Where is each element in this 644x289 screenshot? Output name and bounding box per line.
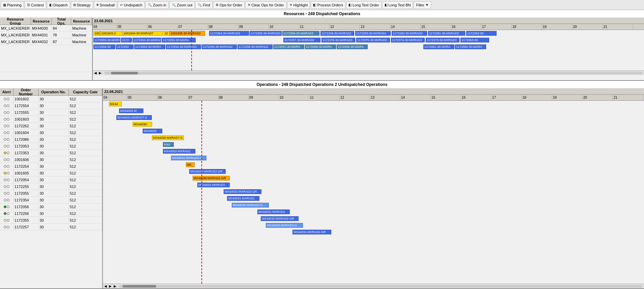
cell-op-no: 30	[38, 197, 68, 203]
gantt-bar[interactable]: 1172258-30-MXRAD2	[320, 31, 354, 36]
cell-cap: 512	[69, 116, 102, 122]
ops-scrollbar-thumb[interactable]	[122, 285, 156, 288]
scrollbar-thumb[interactable]	[111, 72, 138, 74]
filter-button[interactable]: Filter▼	[414, 1, 431, 9]
ops-gantt-bar[interactable]: MX44	[109, 102, 122, 106]
long-text-bn-icon: ◧	[385, 3, 388, 7]
toolbar: ▦Planning ☰Context ◧Dispatch ⊞Strategy ❄…	[0, 0, 644, 10]
col-resource-type: Resource	[71, 18, 92, 25]
alert-circle-2	[7, 179, 9, 181]
gantt-bar[interactable]: 1172375-30-MXRAD3	[356, 38, 390, 42]
gantt-bar[interactable]: 1172260-30-MXRAD2	[392, 31, 427, 36]
alert-circle-1	[4, 185, 6, 188]
ops-scroll-right2[interactable]: ▶	[113, 284, 117, 288]
gantt-bar[interactable]: 1172058-30-MXRA	[305, 44, 336, 49]
ops-gantt-bar[interactable]: MX44030-MXRAD3-G	[232, 203, 269, 207]
snowball-button[interactable]: ❄Snowball	[94, 1, 117, 9]
cell-alert	[0, 123, 13, 129]
ops-gantt-bar[interactable]: MX44031-MXRAD1	[227, 196, 259, 201]
ops-gantt-bar[interactable]: MX44030-MXRAD3-G	[266, 223, 303, 228]
highlight-button[interactable]: ☀Highlight	[287, 1, 310, 9]
long-text-bn-button[interactable]: ◧Long Text BN	[382, 1, 413, 9]
ops-gantt-bar[interactable]: MX44032	[143, 129, 162, 133]
gantt-bar[interactable]: 1172053-30-MXRA	[134, 44, 165, 49]
cell-op-no: 30	[38, 143, 68, 149]
gantt-bar[interactable]: 1172055-30-MXRA	[162, 38, 196, 42]
process-orders-button[interactable]: ◧Process Orders	[311, 1, 345, 9]
ops-gantt-bar[interactable]: MX4	[163, 142, 174, 147]
zoom-in-button[interactable]: 🔍Zoom in	[145, 1, 169, 9]
ops-gantt-bar[interactable]: MX44031-MXRAD1	[257, 210, 290, 214]
resources-scrollbar[interactable]: ◀ ▶	[93, 70, 644, 75]
long-text-order-button[interactable]: ◧Long Text Order	[346, 1, 382, 9]
ops-gantt-bar[interactable]: MX44032-MXRAD1	[163, 149, 195, 154]
resources-title: Resources - 249 Dispatched Operations	[0, 10, 644, 18]
ops-gantt-bar[interactable]: MX44032-MXRAD2-GR	[189, 169, 226, 174]
gantt-bar[interactable]: 1172555-30-MXRAD7	[93, 38, 120, 42]
ops-gantt-bar[interactable]: MX44030-MXRAD7-S	[152, 135, 184, 140]
gantt-bar[interactable]: 1172061-30-MXRA	[423, 44, 454, 49]
gantt-bar[interactable]: 1172257-30-MXRAD2	[283, 38, 320, 42]
ops-gantt-bar[interactable]: MX44030-	[133, 122, 152, 127]
cell-alert	[0, 96, 13, 102]
gantt-row-r1: 1172555-30-MXRAD7 1172 1172353-30-MXRAD3…	[93, 37, 644, 43]
cell-cap: 512	[69, 109, 102, 116]
cell-op-no: 30	[38, 203, 68, 210]
gantt-bar[interactable]: 1172373-30-MXRAD3	[426, 38, 459, 42]
gantt-bar[interactable]: 1172255-30-MXRAD2	[202, 44, 237, 49]
cell-op-no: 30	[38, 129, 68, 136]
ops-order-button[interactable]: ⚙Ops for Order	[213, 1, 245, 9]
dispatch-button[interactable]: ◧Dispatch	[47, 1, 70, 9]
gantt-bar[interactable]: 1172057-30-MXRA	[273, 44, 304, 49]
ops-gantt-bar[interactable]: MX44031-MXRAD7-S	[116, 115, 152, 120]
gantt-bar[interactable]: 1172259-30-MXRAD2	[355, 31, 391, 36]
clear-ops-button[interactable]: ✕Clear Ops for Order	[245, 1, 286, 9]
strategy-button[interactable]: ⊞Strategy	[71, 1, 93, 9]
horizontal-scrollbar[interactable]	[104, 72, 643, 74]
gantt-bar[interactable]: 1172374-30-MXRAD3	[391, 38, 425, 42]
gantt-bar[interactable]: 1172376-30-MXRAD3	[321, 38, 355, 42]
ops-scroll-right[interactable]: ▶	[108, 284, 112, 288]
ops-gantt-bar[interactable]: MX44032-MXRAD2-GR	[224, 189, 261, 194]
operations-scrollbar[interactable]: ◀ ▶ ▶	[103, 284, 644, 288]
gantt-bar[interactable]: 1172	[121, 38, 132, 42]
cell-alert	[0, 102, 13, 109]
gantt-bar[interactable]: 1172261-30-MXRAD2	[428, 31, 465, 36]
gantt-bar[interactable]: 1172063-30-	[460, 38, 489, 42]
ops-gantt-bar[interactable]: MX44032-MXRAD2-GR	[261, 216, 299, 221]
gantt-bar[interactable]: 1172256-30-MXRAD2	[237, 44, 273, 49]
planning-button[interactable]: ▦Planning	[1, 1, 24, 9]
gantt-bar[interactable]: 1172354-30-MXRAD3	[209, 31, 249, 36]
ops-gantt-bar[interactable]: MX44031-MXRAD1	[197, 183, 230, 187]
gantt-bar[interactable]: 1172262	[116, 44, 134, 49]
zoom-out-button[interactable]: 🔍Zoom out	[169, 1, 195, 9]
find-button[interactable]: 🔍Find	[195, 1, 212, 9]
gantt-bar[interactable]: 1001605-30-MXRAD2	[170, 31, 205, 36]
gantt-bar[interactable]: 1172355-30-MXRAD3	[250, 31, 282, 36]
gantt-bar[interactable]: 1172554-30	[93, 44, 115, 49]
gantt-bar[interactable]: 10	[164, 31, 170, 36]
gantt-bar[interactable]: 1172059-30-MXRA	[337, 44, 368, 49]
ops-gantt-bar[interactable]: MX	[186, 162, 195, 167]
gantt-bar[interactable]: 1172062-30-MXRA	[455, 44, 486, 49]
ops-gantt-bar[interactable]: MX44030-MXRAD2-GR	[193, 176, 230, 181]
time-20: 20	[572, 24, 603, 30]
context-button[interactable]: ☰Context	[25, 1, 46, 9]
gantt-bar[interactable]: 1001603-3	[100, 31, 122, 36]
gantt-bar[interactable]: 1172263-30-	[466, 31, 497, 36]
undispatch-button[interactable]: ↩Undispatch	[118, 1, 145, 9]
alert-circle-2	[7, 131, 9, 134]
ops-horizontal-scrollbar[interactable]	[119, 285, 643, 288]
gantt-bar[interactable]: 1172254-30-MXRAD2	[166, 44, 201, 49]
gantt-bar[interactable]: 1172356-30-MXRAD3	[282, 31, 319, 36]
gantt-bar[interactable]: 1001	[93, 31, 100, 36]
cell-op-no: 30	[38, 136, 68, 142]
gantt-bar[interactable]: 1001604-30-MXRAD7	[122, 31, 163, 36]
ops-gantt-bar[interactable]: MX44032-M	[119, 108, 143, 113]
time-08: 08	[208, 24, 239, 30]
ops-gantt-bar[interactable]: MX44031-MXRAD2-GR	[292, 230, 331, 234]
ops-scroll-left[interactable]: ◀	[104, 284, 108, 288]
scroll-right-btn[interactable]: ▶	[98, 71, 102, 75]
scroll-left-btn[interactable]: ◀	[93, 71, 97, 75]
gantt-bar[interactable]: 1172353-30-MXRAD3	[133, 38, 161, 42]
